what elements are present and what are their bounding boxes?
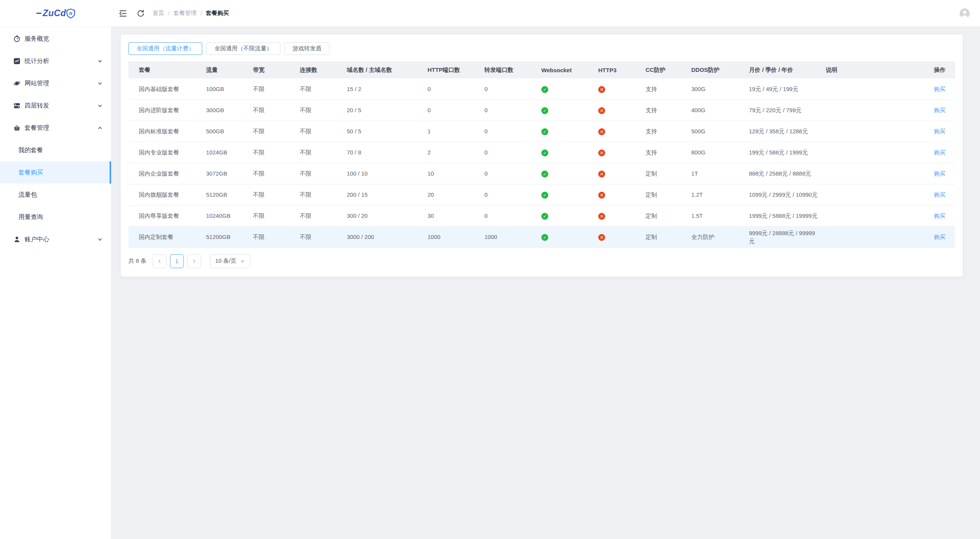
column-header: 套餐 <box>128 61 206 78</box>
cell-ddos: 400G <box>691 100 749 121</box>
sidebar-subitem-package-purchase[interactable]: 套餐购买 <box>0 161 111 184</box>
sidebar-subitem-label: 套餐购买 <box>18 169 43 177</box>
table-row: 国内企业版套餐3072GB不限不限100 / 10100✓✕定制1T888元 /… <box>128 163 955 184</box>
sidebar-item-website-management[interactable]: 网站管理 <box>0 72 111 95</box>
cell-action: 购买 <box>934 184 955 205</box>
chevron-down-icon <box>97 103 103 108</box>
buy-link[interactable]: 购买 <box>934 107 945 113</box>
sidebar-collapse-button[interactable] <box>116 7 130 20</box>
breadcrumb-package-management[interactable]: 套餐管理 <box>173 10 196 17</box>
cell-traffic: 100GB <box>206 78 253 100</box>
cell-domains: 100 / 10 <box>347 163 428 184</box>
http3-disabled-icon: ✕ <box>598 149 605 156</box>
fold-icon <box>118 9 128 18</box>
chevron-left-icon <box>157 259 162 264</box>
chevron-down-icon <box>240 259 245 264</box>
buy-link[interactable]: 购买 <box>934 128 945 134</box>
plans-card: 全国通用（流量计费） 全国通用（不限流量） 游戏转发盾 套餐流量带宽连接数域名数… <box>121 35 963 277</box>
cell-name: 国内旗舰版套餐 <box>128 184 206 205</box>
pagination-next-button[interactable] <box>187 254 201 268</box>
cell-forward_ports: 0 <box>484 184 541 205</box>
http3-disabled-icon: ✕ <box>598 171 605 177</box>
basket-icon <box>13 124 20 131</box>
logo-text: ZuCd <box>43 8 66 18</box>
tab-national-unlimited-traffic[interactable]: 全国通用（不限流量） <box>206 42 280 55</box>
cell-http_ports: 30 <box>428 205 484 226</box>
breadcrumb-home[interactable]: 首页 <box>153 10 164 17</box>
pagination-prev-button[interactable] <box>153 254 166 268</box>
cell-cc: 定制 <box>646 184 691 205</box>
main-content: 全国通用（流量计费） 全国通用（不限流量） 游戏转发盾 套餐流量带宽连接数域名数… <box>111 27 980 539</box>
tab-national-traffic-billing[interactable]: 全国通用（流量计费） <box>128 42 202 55</box>
cell-traffic: 3072GB <box>206 163 253 184</box>
websocket-enabled-icon: ✓ <box>541 86 548 93</box>
chevron-right-icon <box>192 259 196 264</box>
cell-cc: 定制 <box>646 163 691 184</box>
sidebar-subitem-label: 用量查询 <box>18 213 43 221</box>
cell-http3: ✕ <box>598 100 646 121</box>
column-header: Websocket <box>541 61 598 78</box>
cell-ddos: 全力防护 <box>691 226 749 247</box>
buy-link[interactable]: 购买 <box>934 212 945 219</box>
tab-game-forwarding-shield[interactable]: 游戏转发盾 <box>285 42 329 55</box>
sidebar-item-package-management[interactable]: 套餐管理 <box>0 117 111 139</box>
cell-ddos: 1.2T <box>691 184 749 205</box>
buy-link[interactable]: 购买 <box>934 86 945 92</box>
cell-price: 128元 / 358元 / 1288元 <box>749 121 826 142</box>
buy-link[interactable]: 购买 <box>934 234 945 240</box>
http3-disabled-icon: ✕ <box>598 213 605 220</box>
table-row: 国内专业版套餐1024GB不限不限70 / 820✓✕支持800G199元 / … <box>128 142 955 163</box>
pagination-page-1-button[interactable]: 1 <box>170 254 184 268</box>
cell-connections: 不限 <box>300 78 347 100</box>
cell-http3: ✕ <box>598 226 646 247</box>
sidebar-subitem-traffic-package[interactable]: 流量包 <box>0 184 111 206</box>
cell-domains: 20 / 5 <box>347 100 428 121</box>
cell-domains: 300 / 20 <box>347 205 428 226</box>
chart-icon <box>13 58 20 65</box>
buy-link[interactable]: 购买 <box>934 170 945 177</box>
cell-connections: 不限 <box>300 121 347 142</box>
sidebar: 服务概览 统计分析 网站管理 <box>0 27 111 539</box>
websocket-enabled-icon: ✓ <box>541 171 548 177</box>
cell-http3: ✕ <box>598 205 646 226</box>
cell-websocket: ✓ <box>541 184 598 205</box>
cell-note <box>826 142 934 163</box>
user-avatar-icon[interactable] <box>960 8 970 18</box>
cell-http3: ✕ <box>598 78 646 100</box>
cell-connections: 不限 <box>300 205 347 226</box>
page-size-select[interactable]: 10 条/页 <box>210 254 250 268</box>
cell-domains: 200 / 15 <box>347 184 428 205</box>
http3-disabled-icon: ✕ <box>598 128 605 135</box>
cell-name: 国内进阶版套餐 <box>128 100 206 121</box>
buy-link[interactable]: 购买 <box>934 149 945 156</box>
cell-ddos: 800G <box>691 142 749 163</box>
buy-link[interactable]: 购买 <box>934 191 945 198</box>
cell-http_ports: 0 <box>428 100 484 121</box>
column-header: 说明 <box>826 61 934 78</box>
breadcrumb-current: 套餐购买 <box>206 10 229 17</box>
column-header: 连接数 <box>300 61 347 78</box>
sidebar-subitem-usage-query[interactable]: 用量查询 <box>0 206 111 228</box>
cell-http_ports: 20 <box>428 184 484 205</box>
cell-name: 国内定制套餐 <box>128 226 206 247</box>
cell-name: 国内尊享版套餐 <box>128 205 206 226</box>
cell-websocket: ✓ <box>541 78 598 100</box>
http3-disabled-icon: ✕ <box>598 234 605 241</box>
sidebar-item-service-overview[interactable]: 服务概览 <box>0 28 111 50</box>
sidebar-item-layer4-forwarding[interactable]: 四层转发 <box>0 95 111 117</box>
brand-logo[interactable]: ZuCd n <box>36 8 75 19</box>
cell-websocket: ✓ <box>541 100 598 121</box>
websocket-enabled-icon: ✓ <box>541 234 548 241</box>
cell-websocket: ✓ <box>541 121 598 142</box>
cell-forward_ports: 0 <box>484 205 541 226</box>
cell-http3: ✕ <box>598 163 646 184</box>
cell-bandwidth: 不限 <box>253 163 300 184</box>
sidebar-subitem-my-packages[interactable]: 我的套餐 <box>0 139 111 161</box>
sidebar-item-account-center[interactable]: 账户中心 <box>0 228 111 250</box>
sidebar-item-statistics[interactable]: 统计分析 <box>0 50 111 72</box>
cell-action: 购买 <box>934 226 955 247</box>
chevron-down-icon <box>97 81 103 86</box>
refresh-button[interactable] <box>134 7 147 20</box>
page-size-value: 10 条/页 <box>215 257 236 265</box>
cell-name: 国内专业版套餐 <box>128 142 206 163</box>
